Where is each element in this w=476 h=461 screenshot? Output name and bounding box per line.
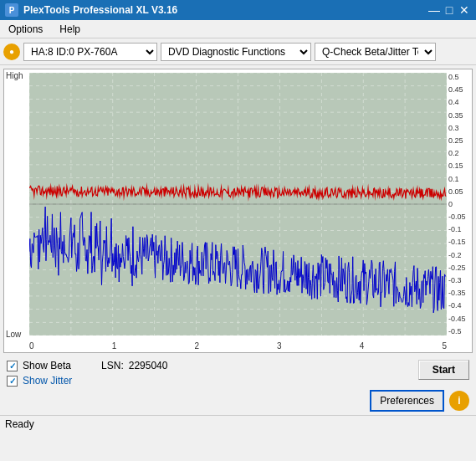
axis-label: 0.15 — [448, 161, 463, 170]
axis-label: 0.35 — [448, 111, 463, 120]
preferences-button[interactable]: Preferences — [370, 390, 444, 412]
window-title: PlexTools Professional XL V3.16 — [23, 4, 177, 16]
axis-label: 0.25 — [448, 136, 463, 145]
axis-label: 0.05 — [448, 187, 463, 196]
menu-bar: Options Help — [0, 20, 476, 38]
axis-label: 0.1 — [448, 175, 459, 183]
show-jitter-row: Show Jitter — [7, 375, 167, 387]
axis-label: -0.1 — [448, 225, 462, 233]
axis-label: -0.5 — [448, 327, 462, 336]
menu-options[interactable]: Options — [3, 22, 48, 37]
drive-select[interactable]: HA:8 ID:0 PX-760A — [23, 43, 157, 61]
show-beta-row: Show Beta LSN: 2295040 — [7, 360, 167, 371]
show-beta-checkbox[interactable] — [7, 361, 18, 371]
window-controls: — □ ✕ — [427, 3, 471, 17]
axis-label: -0.45 — [448, 315, 466, 323]
title-bar: P PlexTools Professional XL V3.16 — □ ✕ — [0, 0, 476, 20]
checkboxes-col: Show Beta LSN: 2295040 Show Jitter — [7, 360, 167, 387]
show-beta-label: Show Beta — [23, 360, 71, 371]
lsn-label: LSN: — [101, 360, 124, 371]
prefs-row: Preferences i — [7, 390, 469, 412]
test-select[interactable]: Q-Check Beta/Jitter Test — [315, 43, 436, 61]
axis-label: 0 — [448, 200, 453, 208]
axis-label: 0.4 — [448, 98, 459, 106]
show-jitter-checkbox[interactable] — [7, 376, 18, 387]
axis-label: -0.3 — [448, 276, 462, 284]
status-bar: Ready — [0, 415, 476, 432]
drive-icon: ● — [3, 44, 20, 60]
axis-label: -0.2 — [448, 251, 462, 259]
axis-label: -0.4 — [448, 301, 462, 310]
axis-label: 0.3 — [448, 124, 459, 132]
lsn-value: 2295040 — [129, 360, 168, 371]
right-axis: 0.50.450.40.350.30.250.20.150.10.050-0.0… — [447, 73, 472, 336]
chart-label-high: High — [6, 71, 23, 80]
start-button[interactable]: Start — [418, 360, 469, 380]
axis-label: 0.2 — [448, 149, 459, 157]
status-text: Ready — [5, 418, 34, 430]
menu-help[interactable]: Help — [54, 22, 85, 37]
close-button[interactable]: ✕ — [458, 3, 471, 17]
chart-label-low: Low — [6, 330, 21, 339]
axis-label: -0.15 — [448, 238, 466, 246]
axis-label: -0.05 — [448, 213, 466, 221]
axis-label: -0.25 — [448, 264, 466, 272]
action-buttons: Start — [418, 360, 469, 380]
toolbar: ● HA:8 ID:0 PX-760A DVD Diagnostic Funct… — [0, 38, 476, 65]
info-button[interactable]: i — [449, 391, 469, 411]
axis-label: 0.5 — [448, 73, 459, 81]
minimize-button[interactable]: — — [427, 3, 441, 17]
axis-label: -0.35 — [448, 289, 466, 297]
chart-canvas — [29, 73, 447, 336]
function-select[interactable]: DVD Diagnostic Functions — [161, 43, 311, 61]
chart-area: High Low 0.50.450.40.350.30.250.20.150.1… — [3, 69, 473, 353]
controls-row: Show Beta LSN: 2295040 Show Jitter Start — [7, 360, 469, 387]
chart-canvas-element — [29, 73, 447, 336]
bottom-controls: Show Beta LSN: 2295040 Show Jitter Start… — [0, 356, 476, 415]
axis-label: 0.45 — [448, 85, 463, 94]
maximize-button[interactable]: □ — [443, 3, 456, 17]
show-jitter-label: Show Jitter — [23, 375, 72, 387]
app-icon: P — [5, 3, 18, 17]
x-axis-labels: 0 1 2 3 4 5 — [29, 341, 447, 351]
